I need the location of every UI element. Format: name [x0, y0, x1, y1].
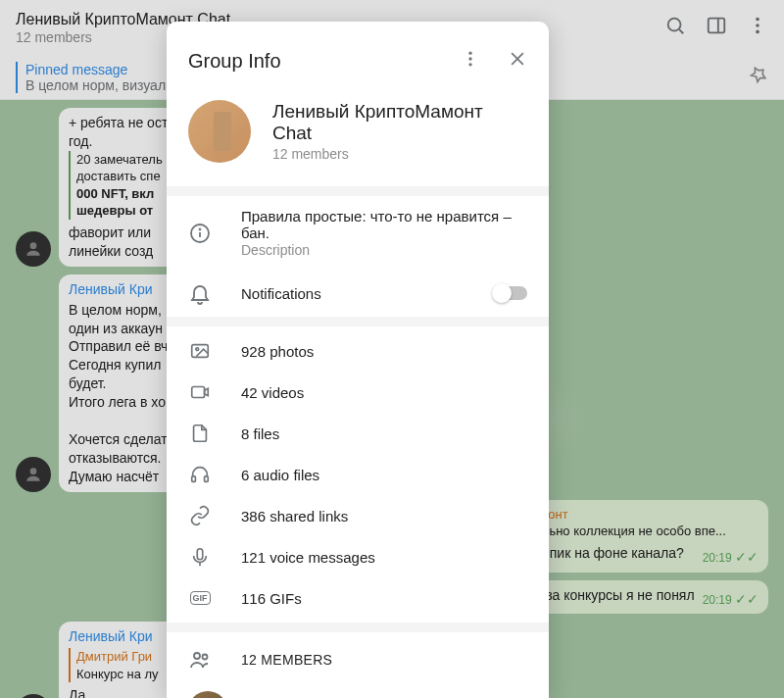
svg-rect-23 — [197, 549, 203, 560]
svg-point-12 — [468, 63, 471, 66]
members-title: 12 MEMBERS — [241, 652, 332, 668]
mic-icon — [188, 545, 212, 569]
files-row[interactable]: 8 files — [167, 413, 549, 454]
group-avatar[interactable] — [188, 100, 251, 163]
notifications-label: Notifications — [241, 285, 465, 302]
links-row[interactable]: 386 shared links — [167, 495, 549, 536]
gifs-row[interactable]: GIF 116 GIFs — [167, 577, 549, 619]
member-row[interactable]: Дмитрий Григорьевич Слава Богу online — [167, 683, 549, 698]
members-header: 12 MEMBERS — [167, 632, 549, 683]
svg-point-25 — [194, 653, 200, 659]
member-avatar — [188, 691, 227, 698]
svg-rect-22 — [205, 476, 209, 482]
voice-row[interactable]: 121 voice messages — [167, 536, 549, 577]
more-icon[interactable] — [461, 49, 480, 73]
svg-point-17 — [200, 228, 201, 229]
notifications-row[interactable]: Notifications — [167, 270, 549, 317]
group-members-count: 12 members — [272, 146, 527, 162]
svg-point-26 — [203, 655, 208, 660]
info-icon — [188, 222, 212, 245]
bell-icon — [188, 281, 212, 305]
link-icon — [188, 504, 212, 527]
close-icon[interactable] — [508, 49, 527, 73]
modal-title: Group Info — [188, 50, 281, 73]
file-icon — [188, 422, 212, 445]
group-info-modal: Group Info Ленивый КриптоМамонт Chat 12 … — [167, 22, 549, 698]
notifications-toggle[interactable] — [494, 286, 527, 300]
svg-point-19 — [196, 348, 199, 351]
videos-row[interactable]: 42 videos — [167, 372, 549, 413]
svg-point-11 — [468, 57, 471, 60]
description-text: Правила простые: что-то не нравится – ба… — [241, 208, 527, 241]
group-hero: Ленивый КриптоМамонт Chat 12 members — [167, 80, 549, 186]
svg-rect-20 — [192, 387, 205, 398]
description-label: Description — [241, 242, 527, 258]
svg-rect-21 — [192, 476, 196, 482]
photos-row[interactable]: 928 photos — [167, 330, 549, 372]
gif-icon: GIF — [188, 586, 212, 610]
video-icon — [188, 380, 212, 404]
member-name: Дмитрий Григорьевич Слава Богу — [243, 695, 473, 699]
description-row[interactable]: Правила простые: что-то не нравится – ба… — [167, 196, 549, 270]
svg-point-10 — [468, 52, 471, 55]
image-icon — [188, 339, 212, 363]
audio-row[interactable]: 6 audio files — [167, 454, 549, 495]
group-name: Ленивый КриптоМамонт Chat — [272, 101, 527, 144]
people-icon — [188, 648, 212, 672]
headphone-icon — [188, 463, 212, 486]
